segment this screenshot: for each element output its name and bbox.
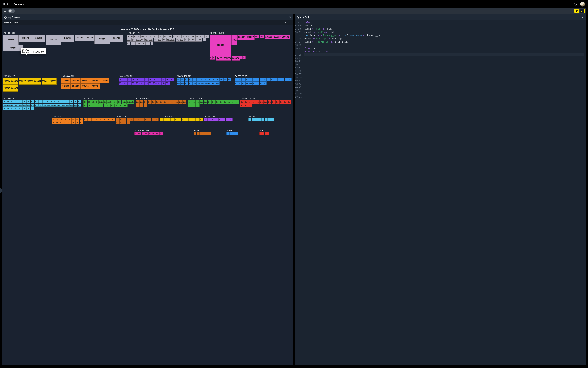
treemap-cell[interactable]: 286…	[168, 35, 172, 38]
treemap-cell[interactable]: 286130	[46, 35, 61, 45]
treemap-cell[interactable]: 28…	[35, 103, 38, 107]
treemap-cell[interactable]: 2…	[249, 81, 252, 85]
treemap-cell[interactable]: 2…	[192, 104, 196, 107]
treemap-cell[interactable]: 28…	[88, 104, 92, 107]
treemap-cell[interactable]: …	[248, 118, 251, 121]
treemap-cell[interactable]: …	[235, 132, 238, 135]
treemap-cell[interactable]: 2…	[140, 104, 143, 107]
treemap-cell[interactable]: 286834	[3, 78, 11, 85]
treemap-cell[interactable]: 286…	[196, 35, 200, 38]
treemap-cell[interactable]: 286810	[273, 35, 281, 39]
treemap-cell[interactable]: 2…	[144, 118, 148, 121]
treemap-cell[interactable]: 28…	[220, 78, 223, 81]
treemap-cell[interactable]: 28…	[119, 81, 123, 85]
treemap-cell[interactable]: …	[258, 118, 261, 121]
treemap-group[interactable]: 172.64.155.2492…2…2…2…2…2…2…2…2…2…2…2…2……	[240, 97, 292, 115]
treemap-cell[interactable]: 2…	[134, 118, 137, 121]
treemap-cell[interactable]: 2…	[124, 100, 127, 104]
treemap-cell[interactable]: 28…	[144, 81, 149, 85]
treemap-cell[interactable]: 28…	[243, 56, 246, 59]
treemap-cell[interactable]: 28…	[177, 78, 180, 81]
treemap-cell[interactable]: 28…	[203, 38, 206, 41]
treemap-cell[interactable]: …	[262, 132, 264, 135]
treemap-cell[interactable]: 286883	[61, 78, 71, 83]
treemap-cell[interactable]: 2869…	[232, 35, 237, 45]
treemap-cell[interactable]: 28…	[15, 103, 19, 107]
treemap-cell[interactable]: 28…	[160, 132, 163, 135]
treemap-cell[interactable]: 28…	[119, 104, 123, 107]
treemap-cell[interactable]: 28…	[142, 42, 145, 45]
treemap-cell[interactable]: 286…	[205, 35, 209, 38]
treemap-cell[interactable]: 28…	[157, 81, 161, 85]
treemap-cell[interactable]: 28…	[208, 78, 212, 81]
treemap-cell[interactable]: 28…	[31, 100, 34, 103]
treemap-cell[interactable]: 28…	[15, 100, 19, 103]
treemap-cell[interactable]: 2…	[196, 104, 200, 107]
expand-sidebar-handle[interactable]: ›	[0, 188, 2, 193]
treemap-cell[interactable]: 2…	[283, 100, 287, 104]
treemap-cell[interactable]: 28…	[127, 42, 131, 45]
treemap-cell[interactable]: 2…	[264, 100, 267, 104]
treemap-cell[interactable]: 28…	[212, 81, 216, 85]
treemap-cell[interactable]: 28…	[74, 103, 77, 107]
treemap-cell[interactable]: 28…	[95, 118, 99, 121]
treemap-cell[interactable]: 2…	[231, 100, 235, 104]
treemap-cell[interactable]: 28…	[134, 132, 138, 135]
treemap-cell[interactable]: 2…	[208, 100, 211, 104]
treemap-group[interactable]: 205.251.242.1032…2…2…2…2…2…2…2…2…2…2…2…2…	[188, 97, 240, 115]
treemap-cell[interactable]: 2…	[248, 100, 252, 104]
treemap-cell[interactable]: 286…	[186, 35, 191, 38]
treemap-cell[interactable]: 2…	[175, 100, 179, 104]
treemap-group[interactable]: 104.16.133.22928…28…28…28…28…28…28…28…28…	[119, 75, 177, 97]
treemap-cell[interactable]: 2…	[215, 100, 219, 104]
treemap-cell[interactable]: 28…	[54, 103, 58, 107]
treemap-cell[interactable]: 28…	[7, 103, 11, 107]
treemap-cell[interactable]: 28…	[64, 121, 68, 124]
treemap-cell[interactable]: 2…	[131, 42, 133, 45]
treemap-cell[interactable]: 2…	[238, 81, 242, 85]
treemap-cell[interactable]: 28…	[208, 81, 212, 85]
treemap-cell[interactable]: 28…	[142, 132, 145, 135]
treemap-cell[interactable]: 2…	[127, 118, 130, 121]
treemap-cell[interactable]: 2…	[211, 118, 215, 121]
treemap-cell[interactable]: …	[151, 42, 153, 45]
treemap-cell[interactable]: 28…	[58, 100, 62, 103]
treemap-cell[interactable]: 28…	[103, 118, 107, 121]
treemap-cell[interactable]: 2…	[163, 100, 167, 104]
treemap-cell[interactable]: 28…	[161, 81, 166, 85]
close-results-icon[interactable]: ✕	[289, 16, 291, 18]
treemap-cell[interactable]: 28…	[42, 103, 46, 107]
treemap-cell[interactable]: 2…	[144, 104, 147, 107]
treemap-cell[interactable]: 286858	[80, 78, 90, 83]
treemap-cell[interactable]: 2…	[123, 121, 126, 124]
treemap-cell[interactable]: …	[199, 132, 202, 135]
treemap-cell[interactable]: 28…	[199, 38, 203, 42]
treemap-cell[interactable]: 2…	[160, 118, 163, 121]
treemap-cell[interactable]: 285716	[61, 83, 71, 89]
treemap-cell[interactable]: 28…	[185, 78, 188, 81]
treemap-cell[interactable]: 28…	[240, 56, 243, 59]
treemap-cell[interactable]: 28…	[156, 132, 159, 135]
treemap-cell[interactable]: …	[205, 132, 208, 135]
treemap-cell[interactable]: 28…	[127, 78, 132, 81]
treemap-cell[interactable]: 28…	[149, 81, 153, 85]
treemap-cell[interactable]: 2…	[240, 104, 244, 107]
treemap-group[interactable]: 140.82.114.42…2…2…2…2…2…2…2…2…2…2…2…2…2……	[116, 115, 160, 129]
treemap-cell[interactable]: 286178	[19, 35, 32, 42]
treemap-cell[interactable]: 28…	[210, 56, 213, 60]
treemap-cell[interactable]: 28…	[78, 100, 81, 103]
treemap-cell[interactable]: 286251	[3, 45, 23, 51]
treemap-cell[interactable]: 2…	[226, 118, 229, 121]
treemap-cell[interactable]: 28…	[76, 121, 80, 124]
treemap-cell[interactable]: 2…	[235, 100, 239, 104]
treemap-cell[interactable]: 2417	[149, 35, 154, 38]
treemap-cell[interactable]: 2…	[144, 100, 147, 104]
treemap-cell[interactable]: 2…	[116, 121, 119, 124]
treemap-cell[interactable]: 2…	[208, 118, 211, 121]
treemap-cell[interactable]: 28…	[60, 118, 64, 121]
treemap-cell[interactable]: 28…	[80, 118, 83, 121]
treemap-cell[interactable]: 2…	[223, 100, 227, 104]
treemap-cell[interactable]: 2…	[242, 78, 245, 81]
treemap-cell[interactable]: 28…	[68, 118, 72, 121]
treemap-cell[interactable]: 286105	[85, 35, 94, 41]
